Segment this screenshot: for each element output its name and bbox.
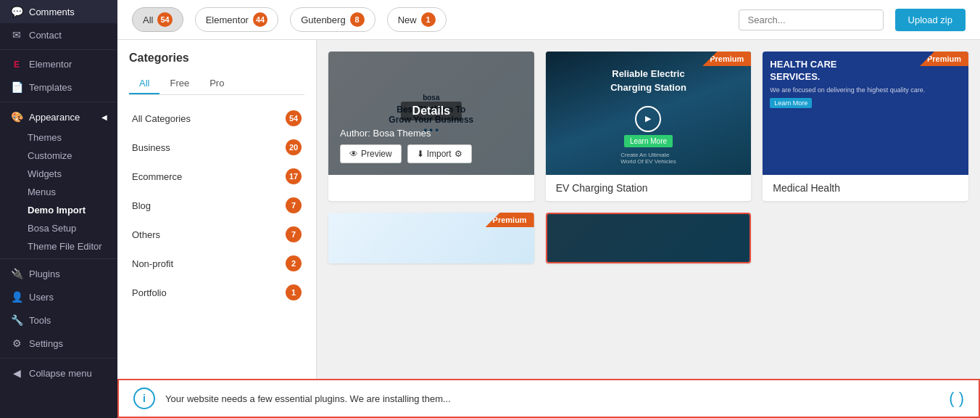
theme-card-partial-2 [546,213,752,263]
filter-gutenberg-button[interactable]: Gutenberg 8 [290,7,375,32]
themes-grid: bosa Best Platform ToGrow Your Business … [317,40,980,418]
sidebar-item-elementor[interactable]: E Elementor [0,53,117,75]
category-tabs: All Free Pro [129,73,304,95]
notification-icon: i [133,388,155,409]
medical-thumbnail: HEALTH CARESERVICES. We are focused on d… [763,52,968,175]
import-icon: ⬇ [417,149,424,159]
notification-bar: i Your website needs a few essential plu… [117,379,980,418]
collapse-icon: ◀ [10,367,23,379]
cat-portfolio[interactable]: Portfolio 1 [117,278,316,307]
sidebar-item-comments[interactable]: 💬 Comments [0,0,117,23]
filter-gutenberg-badge: 8 [350,12,365,27]
sidebar-item-appearance[interactable]: 🎨 Appearance ◀ [0,105,117,128]
cat-non-profit-badge: 2 [286,255,302,271]
sidebar-item-settings[interactable]: ⚙ Settings [0,332,117,355]
content-area: Categories All Free Pro All Categories 5… [117,40,980,418]
overlay-details-label: Details [401,102,462,120]
ev-green-btn[interactable]: Learn More [624,135,673,147]
upload-zip-button[interactable]: Upload zip [895,9,966,31]
filter-all-badge: 54 [157,12,172,27]
medical-theme-name: Medical Health [763,175,968,201]
cat-tab-pro[interactable]: Pro [199,73,234,94]
search-input[interactable] [739,9,884,30]
overlay-author: Author: Bosa Themes [340,128,431,139]
cat-blog[interactable]: Blog 7 [117,191,316,220]
theme-card-bosa: bosa Best Platform ToGrow Your Business … [328,52,534,201]
cat-others[interactable]: Others 7 [117,220,316,249]
medical-cta-btn[interactable]: Learn More [770,98,812,108]
preview-button[interactable]: 👁 Preview [340,144,402,163]
cat-ecommerce[interactable]: Ecommerce 17 [117,162,316,191]
settings-icon: ⚙ [10,337,23,349]
gear-icon: ⚙ [454,149,462,159]
sidebar-item-plugins[interactable]: 🔌 Plugins [0,262,117,285]
bosa-overlay: Details Author: Bosa Themes 👁 Preview ⬇ … [328,52,534,175]
sidebar-item-tools[interactable]: 🔧 Tools [0,308,117,332]
categories-panel: Categories All Free Pro All Categories 5… [117,40,317,418]
comments-icon: 💬 [10,6,23,17]
cat-business-badge: 20 [286,139,302,155]
cat-ecommerce-badge: 17 [286,168,302,184]
templates-icon: 📄 [10,81,23,93]
sidebar-item-users[interactable]: 👤 Users [0,285,117,308]
cat-others-badge: 7 [286,226,302,242]
sidebar-item-widgets[interactable]: Widgets [22,165,117,183]
sidebar-item-customize[interactable]: Customize [22,147,117,165]
sidebar-item-demo-import[interactable]: Demo Import [22,201,117,219]
users-icon: 👤 [10,291,23,303]
overlay-actions: 👁 Preview ⬇ Import ⚙ [340,144,472,163]
plugins-icon: 🔌 [10,268,23,279]
sidebar-item-themes[interactable]: Themes [22,128,117,147]
theme-card-medical: HEALTH CARESERVICES. We are focused on d… [763,52,968,201]
cat-all-categories[interactable]: All Categories 54 [117,104,316,133]
sidebar-item-bosa-setup[interactable]: Bosa Setup [22,219,117,237]
ev-thumbnail: Reliable ElectricCharging Station ▶ Lear… [546,52,752,175]
import-button[interactable]: ⬇ Import ⚙ [407,144,472,163]
filter-elementor-badge: 44 [253,12,267,27]
tools-icon: 🔧 [10,314,23,326]
categories-title: Categories [117,52,316,73]
sidebar: 💬 Comments ✉ Contact E Elementor 📄 Templ… [0,0,117,418]
cat-blog-badge: 7 [286,197,302,213]
filter-new-button[interactable]: New 1 [387,7,447,32]
filter-new-badge: 1 [421,12,436,27]
cat-tab-all[interactable]: All [129,73,159,94]
sidebar-item-templates[interactable]: 📄 Templates [0,75,117,99]
eye-icon: 👁 [349,149,358,159]
sidebar-item-menus[interactable]: Menus [22,183,117,201]
filter-bar: All 54 Elementor 44 Gutenberg 8 New 1 Up… [117,0,980,40]
partial1-premium-badge: Premium [486,213,534,227]
elementor-icon: E [10,60,23,70]
contact-icon: ✉ [10,29,23,41]
cat-portfolio-badge: 1 [286,284,302,300]
filter-all-button[interactable]: All 54 [132,7,183,32]
loading-spinner: ( ) [949,389,964,408]
notification-text: Your website needs a few essential plugi… [165,393,939,404]
sidebar-item-collapse[interactable]: ◀ Collapse menu [0,361,117,385]
cat-business[interactable]: Business 20 [117,133,316,162]
cat-all-badge: 54 [286,110,302,126]
main-content: All 54 Elementor 44 Gutenberg 8 New 1 Up… [117,0,980,418]
appearance-icon: 🎨 [10,111,23,123]
cat-tab-free[interactable]: Free [159,73,199,94]
filter-elementor-button[interactable]: Elementor 44 [195,7,279,32]
ev-theme-name: EV Charging Station [546,175,752,201]
theme-card-partial-1: Premium [328,213,534,263]
bosa-thumbnail: bosa Best Platform ToGrow Your Business … [328,52,534,175]
appearance-submenu: Themes Customize Widgets Menus Demo Impo… [0,128,117,255]
cat-non-profit[interactable]: Non-profit 2 [117,249,316,278]
theme-card-ev: Reliable ElectricCharging Station ▶ Lear… [546,52,752,201]
sidebar-item-contact[interactable]: ✉ Contact [0,23,117,46]
sidebar-item-theme-file-editor[interactable]: Theme File Editor [22,237,117,255]
